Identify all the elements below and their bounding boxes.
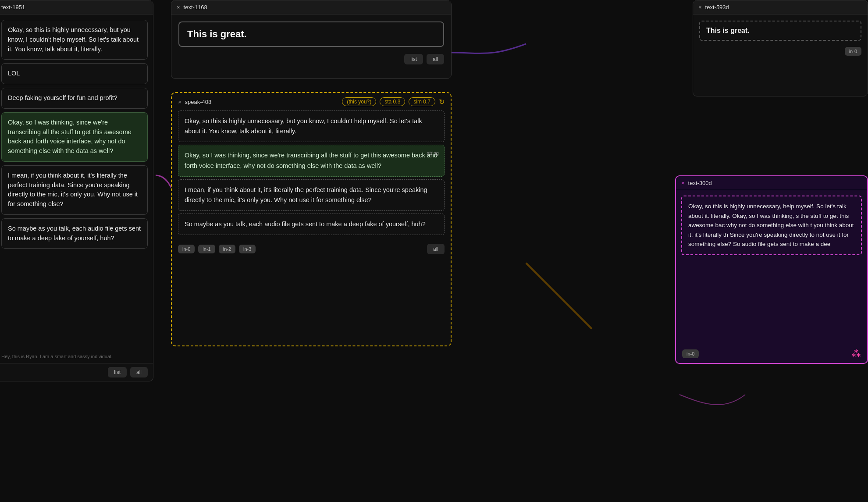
tag-this-you[interactable]: (this you?): [342, 97, 376, 106]
list-item: LOL: [1, 63, 148, 84]
right-bottom-footer: in-0 ⁂: [676, 345, 867, 363]
list-item: Okay, so this is highly unnecessary, but…: [1, 20, 148, 60]
btn-list-left[interactable]: list: [108, 367, 127, 377]
right-bottom-text: Okay, so this is highly unnecessary, hel…: [681, 196, 862, 255]
btn-in-0-speak[interactable]: in-0: [178, 245, 195, 253]
card-title-mid-top: × text-1168: [171, 0, 451, 14]
right-bottom-content: Okay, so this is highly unnecessary, hel…: [676, 190, 867, 260]
tag-sta: sta 0.3: [380, 97, 405, 106]
list-item: Okay, so I was thinking, since we're tra…: [1, 112, 148, 162]
string-badge: string: [427, 150, 439, 157]
card-id-right-bottom: text-300d: [688, 180, 712, 186]
btn-all-speak[interactable]: all: [427, 244, 445, 254]
speak-messages: Okay, so this is highly unnecessary, but…: [172, 110, 451, 238]
list-item: Deep faking yourself for fun and profit?: [1, 88, 148, 109]
btn-list-mid-top[interactable]: list: [404, 54, 423, 64]
card-title-right-bottom: × text-300d: [676, 176, 867, 190]
card-title-right-top: × text-593d: [693, 0, 868, 14]
card-text-1951: text-1951 Okay, so this is highly unnece…: [0, 0, 153, 381]
btn-in-1-speak[interactable]: in-1: [198, 245, 215, 253]
list-item: Okay, so this is highly unnecessary, but…: [178, 110, 445, 142]
tag-sim: sim 0.7: [409, 97, 435, 106]
footer-text: Hey, this is Ryan. I am a smart and sass…: [1, 352, 148, 360]
card-id-right-top: text-593d: [705, 4, 729, 11]
card-left-messages: Okay, so this is highly unnecessary, but…: [0, 14, 153, 254]
text-input-display: This is great.: [178, 21, 444, 47]
right-top-text: This is great.: [699, 21, 861, 41]
speak-card-id: speak-408: [185, 99, 212, 105]
btn-in-2-speak[interactable]: in-2: [219, 245, 235, 253]
btn-all-mid-top[interactable]: all: [427, 54, 444, 64]
card-left-bottom-bar: list all: [0, 363, 153, 381]
list-item: So maybe as you talk, each audio file ge…: [1, 218, 148, 249]
close-icon-right-top[interactable]: ×: [698, 4, 702, 11]
card-speak-408: × speak-408 (this you?) sta 0.3 sim 0.7 …: [171, 92, 452, 346]
card-id-left: text-1951: [1, 4, 25, 11]
decorative-icon: ⁂: [851, 348, 861, 360]
card-text-1168: × text-1168 This is great. list all: [171, 0, 452, 79]
card-text-593d: × text-593d This is great. in-0: [693, 0, 868, 96]
close-icon-mid-top[interactable]: ×: [177, 4, 180, 11]
close-icon-right-bottom[interactable]: ×: [681, 180, 685, 186]
refresh-icon[interactable]: ↻: [439, 98, 445, 106]
card-text-300d: × text-300d Okay, so this is highly unne…: [675, 175, 868, 364]
card-id-mid-top: text-1168: [184, 4, 207, 11]
card-title-left: text-1951: [0, 0, 153, 14]
speak-tags: (this you?) sta 0.3 sim 0.7 ↻: [342, 97, 445, 106]
btn-all-left[interactable]: all: [130, 367, 148, 377]
right-top-bottom-bar: in-0: [693, 47, 868, 61]
btn-in0-right-top[interactable]: in-0: [845, 47, 861, 56]
list-item: So maybe as you talk, each audio file ge…: [178, 214, 445, 235]
card-title-speak: × speak-408 (this you?) sta 0.3 sim 0.7 …: [172, 93, 451, 110]
list-item: I mean, if you think about it, it's lite…: [178, 179, 445, 211]
speak-card-bottom-bar: in-0 in-1 in-2 in-3 all: [172, 238, 451, 260]
list-item: Okay, so I was thinking, since we're tra…: [178, 145, 445, 176]
list-item: I mean, if you think about it, it's lite…: [1, 165, 148, 215]
btn-in-3-speak[interactable]: in-3: [239, 245, 256, 253]
mid-top-buttons: list all: [171, 54, 451, 71]
close-icon-speak[interactable]: ×: [178, 99, 181, 105]
btn-in0-right-bottom[interactable]: in-0: [682, 349, 699, 358]
